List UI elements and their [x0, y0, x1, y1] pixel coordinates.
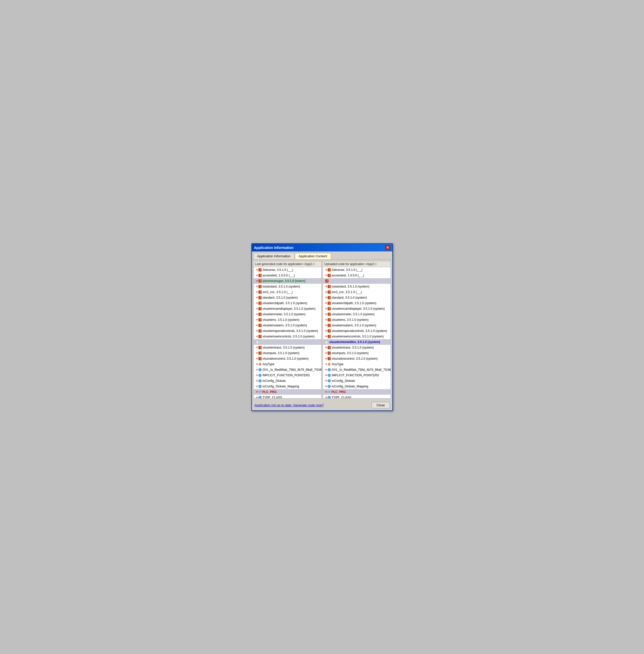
item-label: visuelem3dpath, 3.5.1.0 (system) [332, 301, 376, 305]
generate-code-link[interactable]: Application not up to date. Generate cod… [254, 403, 324, 407]
item-label: IoConfig_Globals [262, 379, 286, 383]
item-label: IMPLICIT_FUNCTION_POINTERS [332, 373, 379, 377]
list-item[interactable]: ·:·✕ PLC_PRG [323, 389, 391, 395]
svg-rect-101 [260, 347, 261, 347]
list-item[interactable]: ·:· visuelemtexteditor, 3.5.1.0 (system) [323, 339, 391, 345]
item-label: visuelemmeter, 3.5.1.0 (system) [262, 313, 305, 316]
close-icon[interactable]: ✕ [385, 245, 390, 250]
list-item[interactable]: ·:·✕ visuelems, 3.5.1.0 (system) [323, 317, 391, 322]
list-item[interactable]: ·:·✕ visuelemspecialcontrols, 3.5.1.0 (s… [254, 328, 321, 334]
item-label: visuinputs, 3.5.1.0 (system) [332, 352, 369, 355]
tree-dots: ·:· [324, 335, 325, 338]
item-label: visunativecontrol, 3.5.1.0 (system) [262, 357, 308, 360]
list-item[interactable]: ·:·✕ visuelemmeter, 3.5.1.0 (system) [323, 312, 391, 317]
svg-rect-182 [328, 291, 328, 293]
book-icon [327, 352, 331, 355]
list-item[interactable]: ·:·✕ IMPLICIT_FUNCTION_POINTERS [254, 372, 321, 378]
svg-rect-2 [259, 269, 259, 271]
book-icon [258, 296, 262, 299]
tree-dots: ·:· [255, 346, 256, 349]
item-label: GVL_Io_f0ed66ab_756d_4b79_98a9_7f1fdbc57… [332, 368, 390, 371]
list-item[interactable]: ·:·✕ visuelemtrace, 3.5.1.0 (system) [323, 345, 391, 350]
svg-rect-156 [329, 269, 330, 269]
list-item[interactable]: ·:·✕ visunativecontrol, 3.5.1.0 (system) [323, 356, 391, 361]
list-item[interactable]: ·:·✕ visuelemcamdisplayer, 3.5.1.0 (syst… [254, 306, 321, 312]
svg-rect-54 [260, 308, 261, 309]
list-item[interactable]: ·:· [254, 339, 321, 345]
list-item[interactable]: ·:·✕ PLC_PRG [254, 389, 321, 395]
list-item[interactable]: ·:·✕ visuelemmeter, 3.5.1.0 (system) [254, 312, 321, 317]
list-item[interactable]: ·:·✕ visuelems, 3.5.1.0 (system) [254, 317, 321, 322]
book-icon [327, 346, 331, 349]
list-item[interactable]: ·:·✕ 3slicense, 3.5.1.0 (_ _) [254, 267, 321, 273]
item-label: sm3_cnc, 3.5.1.0 (_ _) [332, 290, 362, 294]
svg-rect-69 [260, 320, 261, 320]
book-icon [258, 323, 262, 327]
svg-rect-164 [329, 275, 330, 275]
book-icon [327, 274, 331, 277]
list-item[interactable]: ·:·✕ GVL_Io_f0ed66ab_756d_4b79_98a9_7f1f… [323, 367, 391, 372]
list-item[interactable]: ·:·✕ visuinputs, 3.5.1.0 (system) [323, 350, 391, 356]
list-item[interactable]: ·:·✕ visuelem3dpath, 3.5.1.0 (system) [323, 300, 391, 306]
list-item[interactable]: ·:·✕ visuelemswincontrols, 3.5.1.0 (syst… [254, 334, 321, 339]
list-item[interactable]: ·:·✕ AnyType [254, 361, 321, 367]
svg-rect-102 [260, 347, 261, 348]
tree-dots: ·:· [324, 302, 325, 305]
list-item[interactable]: ·:·✕ TYPE_CLASS [254, 395, 321, 398]
list-item[interactable]: ·:· [323, 278, 391, 284]
item-label: IoConfig_Globals [332, 379, 355, 383]
right-panel-list[interactable]: ·:·✕ 3slicense, 3.5.1.0 (_ _)·:·✕ access… [323, 267, 391, 398]
x-mark: ✕ [325, 374, 327, 377]
book-icon [258, 346, 262, 349]
list-item[interactable]: ·:·✕ 3slicense, 3.5.1.0 (_ _) [323, 267, 391, 273]
list-item[interactable]: ·:·✕ visuelem3dpath, 3.5.1.0 (system) [254, 300, 321, 306]
list-item[interactable]: ·:·✕ visuelemspecialcontrols, 3.5.1.0 (s… [323, 328, 391, 334]
svg-rect-46 [260, 302, 261, 302]
list-item[interactable]: ·:·✕ IoConfig_Globals_Mapping [254, 384, 321, 389]
list-item[interactable]: ·:·✕ visuelemsalarm, 3.5.1.0 (system) [254, 322, 321, 328]
svg-rect-72 [259, 324, 259, 326]
svg-rect-34 [260, 292, 261, 292]
list-item[interactable]: ·:·✕ standard, 3.5.1.0 (system) [323, 295, 391, 300]
svg-rect-4 [260, 269, 261, 269]
list-item[interactable]: ·:·✕ visuinputs, 3.5.1.0 (system) [254, 350, 321, 356]
tab-application-information[interactable]: Application Information [253, 253, 294, 259]
svg-rect-196 [328, 302, 328, 305]
left-panel-list[interactable]: ·:·✕ 3slicense, 3.5.1.0 (_ _)·:·✕ access… [254, 267, 321, 398]
list-item[interactable]: ·:·✕ sm3_cnc, 3.5.1.0 (_ _) [254, 289, 321, 295]
tab-application-content[interactable]: Application Content [295, 253, 331, 259]
tree-dots: ·:· [255, 308, 256, 310]
list-item[interactable]: ·:·✕ visuelemtrace, 3.5.1.0 (system) [254, 345, 321, 350]
list-item[interactable]: ·:·✕ visuelemcamdisplayer, 3.5.1.0 (syst… [323, 306, 391, 312]
list-item[interactable]: ·:·✕ IMPLICIT_FUNCTION_POINTERS [323, 372, 391, 378]
item-label: GVL_Io_f0ed66ab_756d_4b79_98a9_7f1fdbc57… [262, 368, 321, 371]
list-item[interactable]: ·:·✕ TYPE_CLASS [323, 395, 391, 398]
globe-icon [327, 373, 331, 377]
book-icon [327, 301, 331, 305]
item-label: visuelemswincontrols, 3.5.1.0 (system) [262, 335, 315, 338]
list-item[interactable]: ·:·✕ accesstest, 1.0.0.0 (_ _) [323, 273, 391, 278]
book-icon [327, 323, 331, 327]
list-item[interactable]: ·:·✕ iostandard, 3.5.1.0 (system) [254, 284, 321, 289]
list-item[interactable]: ·:·✕ alarmmanager, 3.5.1.0 (intern) [254, 278, 321, 284]
list-item[interactable]: ·:·✕ IoConfig_Globals [323, 378, 391, 384]
close-button[interactable]: Close [372, 402, 390, 408]
list-item[interactable]: ·:·✕ visuelemswincontrols, 3.5.1.0 (syst… [323, 334, 391, 339]
list-item[interactable]: ·:·✕ standard, 3.5.1.0 (system) [254, 295, 321, 300]
list-item[interactable]: ·:·✕ IoConfig_Globals_Mapping [323, 384, 391, 389]
list-item[interactable]: ·:·✕ GVL_Io_f0ed66ab_756d_4b79_98a9_7f1f… [254, 367, 321, 372]
svg-rect-116 [260, 359, 261, 359]
bottom-bar: Application not up to date. Generate cod… [252, 400, 392, 410]
svg-rect-75 [260, 325, 261, 325]
list-item[interactable]: ·:·✕ iostandard, 3.5.1.0 (system) [323, 284, 391, 289]
list-item[interactable]: ·:·✕ IoConfig_Globals [254, 378, 321, 384]
tree-dots: ·:· [255, 330, 256, 332]
list-item[interactable]: ·:·✕ visuelemsalarm, 3.5.1.0 (system) [323, 322, 391, 328]
item-label: standard, 3.5.1.0 (system) [332, 296, 367, 299]
book-icon [325, 279, 329, 283]
svg-rect-214 [329, 314, 330, 315]
list-item[interactable]: ·:·✕ sm3_cnc, 3.5.1.0 (_ _) [323, 289, 391, 295]
list-item[interactable]: ·:·✕ visunativecontrol, 3.5.1.0 (system) [254, 356, 321, 361]
list-item[interactable]: ·:·✕ AnyType [323, 361, 391, 367]
list-item[interactable]: ·:·✕ accesstest, 1.0.0.0 (_ _) [254, 273, 321, 278]
